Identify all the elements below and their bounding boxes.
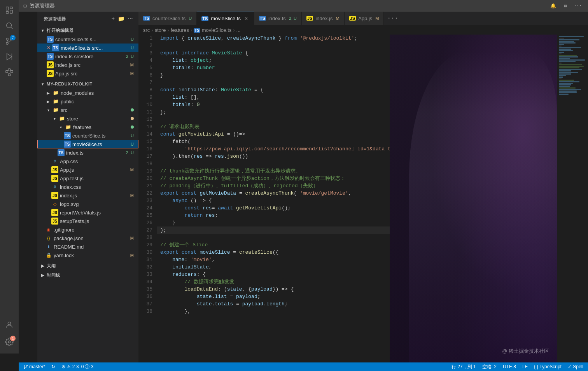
- git-branch-icon: [23, 364, 28, 369]
- code-line-16: 'https://pcw-api.iqiyi.com/search/recomm…: [157, 145, 557, 153]
- open-editor-indexts[interactable]: TS index.ts src/store 2, U: [37, 52, 138, 61]
- sidebar-item-store[interactable]: ▾ 📁 store: [37, 114, 138, 123]
- activity-source-control[interactable]: 7: [2, 34, 16, 48]
- breadcrumb-src[interactable]: src: [143, 27, 150, 33]
- breadcrumb-store[interactable]: store: [155, 27, 166, 33]
- sidebar-item-counterSlice[interactable]: TS counterSlice.ts U: [37, 131, 138, 140]
- eol[interactable]: LF: [521, 362, 529, 371]
- activity-search[interactable]: [2, 19, 16, 33]
- encoding[interactable]: UTF-8: [501, 362, 518, 371]
- svg-rect-11: [6, 70, 8, 73]
- sidebar-item-gitignore[interactable]: ◉ .gitignore: [37, 225, 138, 234]
- breadcrumb-more[interactable]: ...: [236, 27, 241, 33]
- sidebar-item-indexcss[interactable]: # index.css: [37, 183, 138, 191]
- code-line-17: ).then(res => res.json()): [157, 153, 557, 160]
- sidebar-item-yarnlock[interactable]: 🔒 yarn.lock M: [37, 251, 138, 260]
- tab-indexts[interactable]: TS index.ts 2, U: [254, 12, 302, 25]
- git-branch[interactable]: master*: [22, 362, 47, 371]
- language-mode[interactable]: { } TypeScript: [532, 362, 563, 371]
- code-line-13: // 请求电影列表: [157, 123, 557, 131]
- code-line-25: return res;: [157, 212, 557, 219]
- sidebar-new-file-icon[interactable]: +: [111, 15, 116, 23]
- titlebar-btn-layout[interactable]: ⊞: [560, 2, 571, 10]
- spaces-setting[interactable]: 空格: 2: [481, 362, 498, 371]
- titlebar-btn-more[interactable]: ···: [572, 2, 583, 10]
- code-line-3: export interface MovieState {: [157, 49, 557, 57]
- sidebar-item-logo[interactable]: ◇ logo.svg: [37, 200, 138, 208]
- open-editor-indexjs[interactable]: JS index.js src M: [37, 61, 138, 69]
- code-line-19: // thunk函数允许执行行异步逻辑，通常用于发出异步请求。: [157, 167, 557, 175]
- spell-check[interactable]: ✓ Spell: [566, 362, 585, 371]
- code-line-21: // pending（进行中）、fulfilled（成功）、rejected（失…: [157, 182, 557, 190]
- tab-appjs[interactable]: JS App.js M: [345, 12, 384, 25]
- tabs-more-button[interactable]: ···: [384, 15, 401, 22]
- sidebar-item-movieSlice[interactable]: TS movieSlice.ts U: [37, 140, 138, 148]
- tab-counterSlice[interactable]: TS counterSlice.ts U: [138, 12, 197, 25]
- activity-settings[interactable]: 1: [2, 335, 16, 349]
- sidebar-item-setuptests[interactable]: JS setupTests.js: [37, 217, 138, 225]
- tabs-bar: TS counterSlice.ts U TS movieSlice.ts ✕ …: [138, 12, 588, 25]
- tab-movieSlice[interactable]: TS movieSlice.ts ✕: [197, 12, 254, 25]
- sidebar-item-node-modules[interactable]: ▶ 📁 node_modules: [37, 89, 138, 97]
- ts-icon: TS: [47, 53, 54, 60]
- activity-run[interactable]: [2, 50, 16, 64]
- warnings-badge[interactable]: ⊗ ⚠ 2 ✕ 0 ⓘ 3: [60, 362, 95, 371]
- folder-icon: 📁: [52, 98, 59, 105]
- breadcrumb-file[interactable]: TS movieSlice.ts: [194, 27, 231, 33]
- code-area[interactable]: import { createSlice, createAsyncThunk }…: [157, 35, 557, 362]
- sidebar-item-appjs[interactable]: JS App.js M: [37, 165, 138, 174]
- modified-dot: [131, 108, 134, 111]
- folder-chevron: ▾: [51, 115, 58, 122]
- svg-point-18: [26, 365, 28, 366]
- sidebar-item-appcss[interactable]: # App.css: [37, 157, 138, 165]
- tab-js-icon: JS: [306, 16, 313, 21]
- project-section[interactable]: ▾ MY-REDUX-TOOLKIT: [37, 79, 138, 89]
- sidebar-item-src[interactable]: ▾ 📁 src: [37, 106, 138, 114]
- code-line-38: },: [157, 308, 557, 315]
- open-editor-appjs[interactable]: JS App.js src M: [37, 69, 138, 78]
- js-icon: JS: [51, 175, 58, 182]
- js-icon: JS: [51, 166, 58, 173]
- breadcrumb-features[interactable]: features: [171, 27, 189, 33]
- tab-close-button[interactable]: ✕: [243, 16, 249, 22]
- open-editors-section[interactable]: ▾ 打开的编辑器: [37, 26, 138, 35]
- ts-icon: TS: [64, 132, 71, 139]
- sidebar-item-features[interactable]: ▾ 📁 features: [37, 123, 138, 131]
- sidebar-item-apptestjs[interactable]: JS App.test.js: [37, 174, 138, 183]
- code-line-22: export const getMovieData = createAsyncT…: [157, 190, 557, 197]
- status-left: master* ↻ ⊗ ⚠ 2 ✕ 0 ⓘ 3: [22, 362, 95, 371]
- status-right: 行 27，列 1 空格: 2 UTF-8 LF { } TypeScript ✓…: [450, 362, 585, 371]
- sidebar-item-reportwebvitals[interactable]: JS reportWebVitals.js: [37, 208, 138, 217]
- lock-icon: 🔒: [45, 252, 52, 259]
- folder-chevron: ▶: [45, 98, 51, 105]
- titlebar-btn-notifications[interactable]: 🔔: [548, 2, 558, 10]
- sidebar-new-folder-icon[interactable]: 📁: [117, 15, 126, 23]
- open-editor-counterSlice[interactable]: TS counterSlice.ts s... U: [37, 35, 138, 44]
- outline-section[interactable]: ▶ 大纲: [37, 261, 138, 270]
- sidebar-item-indexts[interactable]: TS index.ts 2, U: [37, 148, 138, 157]
- code-line-28: [157, 234, 557, 241]
- sidebar-more-icon[interactable]: ···: [127, 15, 134, 23]
- tab-indexjs[interactable]: JS index.js M: [302, 12, 345, 25]
- code-line-10: totals: 0: [157, 101, 557, 108]
- activity-account[interactable]: [2, 318, 16, 332]
- activity-extensions[interactable]: [2, 65, 16, 79]
- activity-explorer[interactable]: [2, 3, 16, 17]
- js-icon: JS: [51, 218, 58, 225]
- code-line-24: const res= await getMovieListApi();: [157, 204, 557, 212]
- svg-point-4: [7, 23, 12, 28]
- svg-line-5: [11, 27, 12, 29]
- sidebar-item-indexjs[interactable]: JS index.js M: [37, 191, 138, 200]
- git-icon: ◉: [45, 226, 52, 233]
- open-editor-movieSlice[interactable]: ✕ TS movieSlice.ts src... U: [37, 44, 138, 52]
- sync-button[interactable]: ↻: [50, 362, 57, 371]
- cursor-position[interactable]: 行 27，列 1: [450, 362, 478, 371]
- sidebar-title: 资源管理器 + 📁 ···: [37, 12, 138, 26]
- timeline-section[interactable]: ▶ 时间线: [37, 270, 138, 280]
- code-line-9: list: [],: [157, 94, 557, 101]
- close-icon[interactable]: ✕: [47, 45, 51, 51]
- sidebar-item-packagejson[interactable]: {} package.json M: [37, 234, 138, 242]
- sidebar-item-readme[interactable]: ℹ README.md: [37, 242, 138, 251]
- sidebar-item-public[interactable]: ▶ 📁 public: [37, 97, 138, 106]
- svg-rect-12: [8, 69, 10, 71]
